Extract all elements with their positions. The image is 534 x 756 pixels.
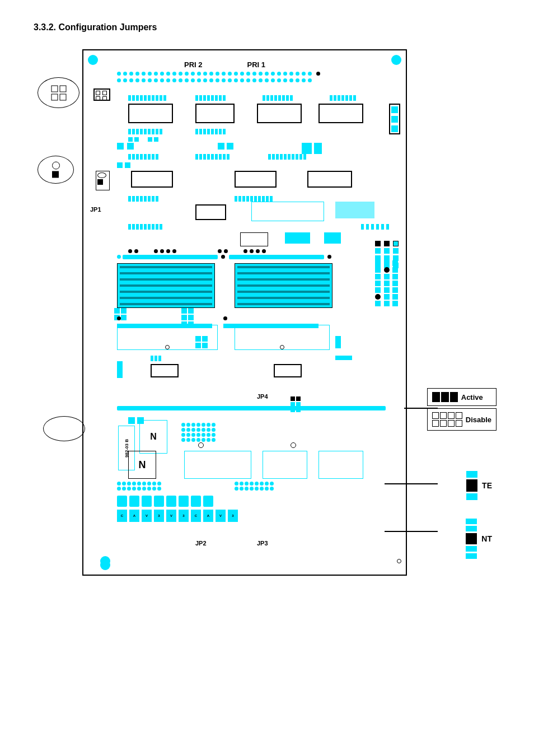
vert-rects-l [117, 361, 123, 378]
bus-row-1 [117, 255, 225, 259]
left-conn-top [93, 88, 110, 101]
ic-r5-3 [324, 232, 341, 244]
bottom-large-dots [117, 482, 161, 491]
ic-r5-2 [285, 232, 310, 244]
bottom-ic-2 [184, 451, 251, 479]
circle-marker-1 [198, 442, 204, 448]
bottom-large-dots-2 [235, 482, 274, 491]
bottom-ic-1: N [128, 451, 156, 479]
bottom-bus [117, 406, 386, 410]
pin-lower-1 [151, 356, 161, 361]
bottom-ic-3 [263, 451, 307, 479]
jp2-label: JP2 [195, 540, 207, 547]
ic-lower-l-1 [151, 364, 179, 377]
ic-chip-1 [128, 104, 173, 123]
pin-row-3 [263, 95, 293, 101]
legend-nt: NT [461, 514, 496, 563]
pin-r3-3 [268, 154, 306, 160]
legend-active-disable: Active Disable [427, 388, 496, 431]
jp4-label: JP4 [257, 393, 268, 400]
pin-row-1 [128, 95, 166, 101]
ic-chip-3 [257, 104, 302, 123]
dot-mid-1 [128, 249, 176, 253]
blk-single [335, 336, 341, 348]
active-label: Active [461, 393, 483, 402]
line-to-te [385, 483, 438, 484]
right-large-conn [375, 260, 400, 306]
corner-dot-bottom [100, 556, 110, 566]
pin-r3-1 [128, 154, 158, 160]
ic-r4-3 [335, 202, 374, 218]
ic-chip-r4-1 [195, 204, 226, 220]
large-bus-1 [117, 263, 215, 308]
line-to-active [404, 408, 438, 409]
pin-r4-2 [235, 196, 273, 202]
te-label: TE [482, 481, 492, 490]
ic-chip-r3-1 [131, 171, 173, 188]
nt-label: NT [481, 534, 492, 543]
top-dot-row-1 [117, 72, 320, 76]
top-dot-row-2 [117, 78, 312, 82]
jp3-label: JP3 [257, 540, 268, 547]
small-sq-row-1 [128, 137, 158, 142]
bottom-label-conn: C A V 3 V 3 C A V 3 [117, 510, 238, 522]
pin-r4-1 [128, 196, 158, 202]
u-conn-row [117, 496, 391, 507]
pin-row-r2-1 [128, 129, 162, 134]
section-title: 3.3.2. Configuration Jumpers [34, 22, 500, 32]
lower-box-1: N [139, 420, 167, 454]
ic-chip-2 [195, 104, 235, 123]
left-conn-mid [96, 171, 110, 190]
right-pin-5 [361, 224, 389, 230]
ic-chip-r3-2 [235, 171, 277, 188]
small-blk-lower [195, 336, 208, 348]
bottom-ic-4 [318, 451, 363, 479]
ic-chip-r3-3 [307, 171, 352, 188]
large-bus-2 [235, 263, 332, 308]
dot-mid-2 [218, 249, 266, 253]
pin-r5-1 [128, 224, 162, 230]
ic-row-2 [117, 143, 134, 150]
pri1-label: PRI 1 [247, 60, 266, 69]
small-blk-1 [117, 162, 130, 168]
pin-r3-2 [195, 154, 229, 160]
pri2-label: PRI 2 [184, 60, 203, 69]
bottom-dot-grid [181, 423, 216, 442]
right-lower-1 [335, 356, 352, 360]
legend-te: TE [462, 466, 496, 505]
ic-chip-r4-2 [251, 202, 324, 221]
ic-lower-l-2 [274, 364, 302, 377]
board-outline: PRI 2 PRI 1 [82, 49, 407, 576]
circle-marker-2 [291, 442, 296, 448]
ic-row-2b [218, 143, 233, 150]
right-conn-1 [389, 104, 400, 134]
jp1-label: JP1 [90, 206, 101, 213]
ic-chip-4 [318, 104, 363, 123]
corner-dot-tl [88, 55, 98, 65]
ic-lower-2 [235, 325, 330, 350]
br-dot [397, 559, 401, 563]
line-to-nt [385, 531, 438, 532]
disable-label: Disable [466, 416, 491, 424]
ic-r5-1 [240, 232, 268, 246]
page: 3.3.2. Configuration Jumpers PRI 2 PRI 1 [0, 0, 534, 756]
bus-row-2 [229, 255, 331, 259]
corner-dot-tr [391, 55, 401, 65]
pin-row-r2-2 [195, 129, 226, 134]
diagram-container: PRI 2 PRI 1 [38, 44, 496, 688]
pin-row-2 [195, 95, 226, 101]
ic-row-2c [302, 143, 322, 154]
callout-top [38, 77, 79, 108]
callout-mid [38, 156, 74, 184]
callout-bottom [43, 416, 85, 441]
pin-row-4 [330, 95, 356, 101]
